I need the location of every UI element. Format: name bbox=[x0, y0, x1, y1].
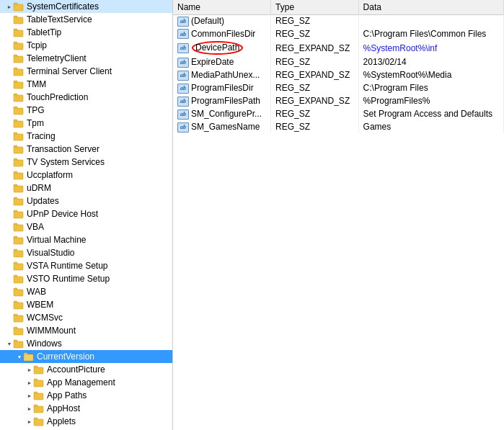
table-row[interactable]: ab(Default)REG_SZ bbox=[173, 14, 504, 27]
expand-arrow[interactable] bbox=[6, 130, 13, 143]
expand-arrow[interactable]: ► bbox=[26, 389, 33, 402]
registry-type-cell: REG_SZ bbox=[271, 107, 359, 120]
table-row[interactable]: abCommonFilesDirREG_SZC:\Program Files\C… bbox=[173, 27, 504, 40]
tree-item-terminalserverclient[interactable]: Terminal Server Client bbox=[0, 65, 172, 78]
tree-item-tpg[interactable]: TPG bbox=[0, 104, 172, 117]
tree-item-visualstudio[interactable]: VisualStudio bbox=[0, 246, 172, 259]
expand-arrow[interactable]: ▼ bbox=[6, 337, 13, 350]
folder-icon bbox=[13, 299, 25, 310]
expand-arrow[interactable] bbox=[6, 156, 13, 169]
tree-item-wab[interactable]: WAB bbox=[0, 285, 172, 298]
expand-arrow[interactable] bbox=[6, 169, 13, 182]
folder-icon bbox=[33, 390, 45, 401]
folder-icon bbox=[13, 234, 25, 246]
folder-icon bbox=[13, 338, 25, 349]
expand-arrow[interactable] bbox=[6, 39, 13, 52]
registry-tree[interactable]: ►SystemCertificatesTableTextServiceTable… bbox=[0, 0, 173, 430]
tree-item-tvsystemservices[interactable]: TV System Services bbox=[0, 156, 172, 169]
folder-icon bbox=[13, 27, 25, 38]
tree-item-tcpip[interactable]: Tcpip bbox=[0, 39, 172, 52]
tree-item-label: uDRM bbox=[27, 183, 51, 193]
expand-arrow[interactable] bbox=[6, 13, 13, 26]
expand-arrow[interactable] bbox=[6, 298, 13, 311]
registry-type-cell: REG_SZ bbox=[271, 81, 359, 94]
expand-arrow[interactable] bbox=[6, 104, 13, 117]
folder-icon bbox=[13, 247, 25, 259]
tree-item-wbem[interactable]: WBEM bbox=[0, 298, 172, 311]
expand-arrow[interactable] bbox=[6, 285, 13, 298]
table-row[interactable]: abSM_GamesNameREG_SZGames bbox=[173, 120, 504, 133]
reg-type-icon: ab bbox=[177, 84, 189, 94]
expand-arrow[interactable] bbox=[6, 52, 13, 65]
tree-item-tpm[interactable]: Tpm bbox=[0, 117, 172, 130]
tree-item-vba[interactable]: VBA bbox=[0, 220, 172, 233]
expand-arrow[interactable]: ► bbox=[6, 0, 13, 13]
svg-rect-25 bbox=[14, 160, 23, 166]
expand-arrow[interactable]: ► bbox=[26, 363, 33, 376]
expand-arrow[interactable] bbox=[6, 194, 13, 207]
expand-arrow[interactable] bbox=[6, 182, 13, 194]
expand-arrow[interactable] bbox=[6, 311, 13, 324]
folder-icon bbox=[13, 66, 25, 77]
expand-arrow[interactable]: ► bbox=[26, 402, 33, 415]
table-row[interactable]: abProgramFilesPathREG_EXPAND_SZ%ProgramF… bbox=[173, 94, 504, 107]
tree-item-windows[interactable]: ▼Windows bbox=[0, 337, 172, 350]
registry-entry-name: ProgramFilesDir bbox=[191, 83, 254, 93]
expand-arrow[interactable] bbox=[6, 91, 13, 104]
svg-rect-37 bbox=[14, 238, 23, 244]
tree-item-tmm[interactable]: TMM bbox=[0, 78, 172, 91]
tree-item-accountpicture[interactable]: ►AccountPicture bbox=[0, 363, 172, 376]
tree-item-udrm[interactable]: uDRM bbox=[0, 182, 172, 194]
expand-arrow[interactable] bbox=[6, 143, 13, 156]
tree-item-appmanagement[interactable]: ►App Management bbox=[0, 376, 172, 389]
tree-item-wimmmount[interactable]: WIMMMount bbox=[0, 324, 172, 337]
expand-arrow[interactable] bbox=[6, 220, 13, 233]
table-row[interactable]: abProgramFilesDirREG_SZC:\Program Files bbox=[173, 81, 504, 94]
folder-icon bbox=[13, 195, 25, 207]
tree-item-virtualmachine[interactable]: Virtual Machine bbox=[0, 233, 172, 246]
tree-item-uccplatform[interactable]: Uccplatform bbox=[0, 169, 172, 182]
tree-item-apphost[interactable]: ►AppHost bbox=[0, 402, 172, 415]
tree-item-telemetryclient[interactable]: TelemetryClient bbox=[0, 52, 172, 65]
expand-arrow[interactable]: ► bbox=[26, 415, 33, 428]
expand-arrow[interactable] bbox=[6, 207, 13, 220]
tree-item-upnpdevicehost[interactable]: UPnP Device Host bbox=[0, 207, 172, 220]
table-row[interactable]: abSM_ConfigurePr...REG_SZSet Program Acc… bbox=[173, 107, 504, 120]
folder-icon bbox=[13, 312, 25, 323]
expand-arrow[interactable] bbox=[6, 233, 13, 246]
tree-item-touchprediction[interactable]: TouchPrediction bbox=[0, 91, 172, 104]
svg-rect-11 bbox=[14, 69, 23, 76]
tree-item-systemcertificates[interactable]: ►SystemCertificates bbox=[0, 0, 172, 13]
tree-item-apppaths[interactable]: ►App Paths bbox=[0, 389, 172, 402]
expand-arrow[interactable]: ▼ bbox=[16, 350, 23, 363]
tree-item-tablettip[interactable]: TabletTip bbox=[0, 26, 172, 39]
tree-item-vstoruntimesetup[interactable]: VSTO Runtime Setup bbox=[0, 272, 172, 285]
tree-item-applets[interactable]: ►Applets bbox=[0, 415, 172, 428]
svg-rect-49 bbox=[14, 315, 23, 322]
tree-item-tabletextservice[interactable]: TableTextService bbox=[0, 13, 172, 26]
expand-arrow[interactable] bbox=[6, 259, 13, 272]
expand-arrow[interactable] bbox=[6, 272, 13, 285]
svg-rect-29 bbox=[14, 186, 23, 192]
expand-arrow[interactable] bbox=[6, 78, 13, 91]
tree-item-transactionserver[interactable]: Transaction Server bbox=[0, 143, 172, 156]
expand-arrow[interactable]: ► bbox=[26, 376, 33, 389]
folder-icon bbox=[13, 40, 25, 51]
expand-arrow[interactable] bbox=[6, 26, 13, 39]
table-row[interactable]: abMediaPathUnex...REG_EXPAND_SZ%SystemRo… bbox=[173, 68, 504, 81]
expand-arrow[interactable] bbox=[6, 246, 13, 259]
tree-item-updates[interactable]: Updates bbox=[0, 194, 172, 207]
expand-arrow[interactable] bbox=[6, 117, 13, 130]
svg-rect-41 bbox=[14, 264, 23, 270]
tree-item-vstaruntimesetup[interactable]: VSTA Runtime Setup bbox=[0, 259, 172, 272]
svg-rect-13 bbox=[14, 82, 23, 89]
tree-item-wcmsvc[interactable]: WCMSvc bbox=[0, 311, 172, 324]
table-row[interactable]: abExpireDateREG_SZ2013/02/14 bbox=[173, 55, 504, 68]
table-row[interactable]: abDevicePathREG_EXPAND_SZ%SystemRoot%\in… bbox=[173, 40, 504, 55]
expand-arrow[interactable] bbox=[6, 65, 13, 78]
tree-item-label: VisualStudio bbox=[27, 248, 75, 258]
tree-item-label: WCMSvc bbox=[27, 313, 63, 323]
tree-item-currentversion[interactable]: ▼CurrentVersion bbox=[0, 350, 172, 363]
tree-item-tracing[interactable]: Tracing bbox=[0, 130, 172, 143]
expand-arrow[interactable] bbox=[6, 324, 13, 337]
